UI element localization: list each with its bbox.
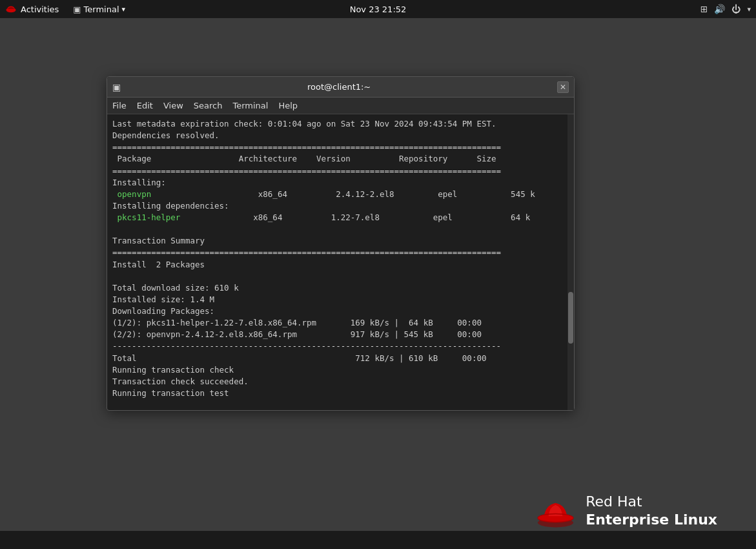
menu-terminal[interactable]: Terminal <box>232 101 268 110</box>
desktop: ▣ root@client1:~ ✕ File Edit View Search… <box>0 18 756 549</box>
terminal-window-title: root@client1:~ <box>307 82 371 92</box>
topbar-right: ⊞ 🔊 ⏻ ▾ <box>700 4 751 14</box>
terminal-content: Last metadata expiration check: 0:01:04 … <box>107 114 574 410</box>
menu-search[interactable]: Search <box>194 101 223 110</box>
scrollbar-thumb[interactable] <box>568 292 573 344</box>
menu-file[interactable]: File <box>112 101 127 110</box>
redhat-text-line1: Red Hat Enterprise Linux <box>586 493 717 530</box>
topbar-datetime: Nov 23 21:52 <box>350 5 407 14</box>
scrollbar[interactable] <box>567 114 574 410</box>
network-icon[interactable]: ⊞ <box>700 4 708 14</box>
terminal-icon: ▣ <box>73 5 81 14</box>
redhat-enterprise-logo: Red Hat Enterprise Linux <box>535 493 717 530</box>
terminal-output: Last metadata expiration check: 0:01:04 … <box>112 118 569 399</box>
volume-icon[interactable]: 🔊 <box>714 4 725 14</box>
topbar-terminal-menu[interactable]: ▣ Terminal ▾ <box>73 5 125 14</box>
terminal-titlebar-icon: ▣ <box>112 82 121 92</box>
menu-edit[interactable]: Edit <box>137 101 153 110</box>
topbar-left: Activities ▣ Terminal ▾ <box>5 3 125 15</box>
redhat-icon <box>5 3 17 15</box>
redhat-text-line2: Enterprise Linux <box>586 511 717 530</box>
terminal-close-button[interactable]: ✕ <box>557 81 569 93</box>
terminal-window: ▣ root@client1:~ ✕ File Edit View Search… <box>107 76 575 411</box>
system-menu-arrow[interactable]: ▾ <box>747 5 751 14</box>
terminal-dropdown-arrow[interactable]: ▾ <box>122 5 126 14</box>
terminal-titlebar: ▣ root@client1:~ ✕ <box>107 77 574 98</box>
redhat-logo-text: Red Hat Enterprise Linux <box>586 493 717 530</box>
terminal-menubar: File Edit View Search Terminal Help <box>107 98 574 114</box>
menu-help[interactable]: Help <box>278 101 298 110</box>
power-icon[interactable]: ⏻ <box>731 4 741 14</box>
activities-label[interactable]: Activities <box>21 5 59 14</box>
terminal-label: Terminal <box>84 5 119 14</box>
menu-view[interactable]: View <box>163 101 183 110</box>
redhat-hat-svg <box>535 493 577 529</box>
topbar: Activities ▣ Terminal ▾ Nov 23 21:52 ⊞ 🔊… <box>0 0 756 18</box>
taskbar <box>0 531 756 549</box>
